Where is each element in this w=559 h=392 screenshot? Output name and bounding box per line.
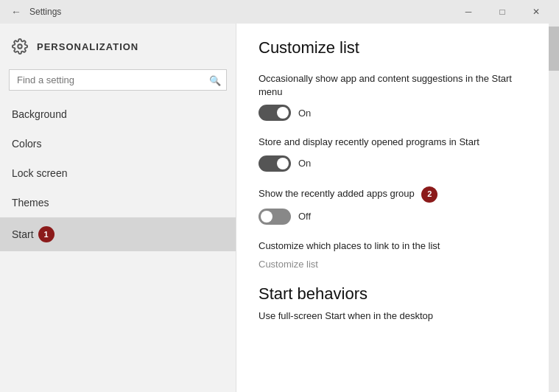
toggle-thumb-2	[277, 158, 289, 169]
title-bar: ← Settings ─ □ ✕	[0, 0, 559, 24]
toggle-track-1	[259, 105, 291, 121]
toggle-thumb-3	[261, 211, 273, 223]
close-button[interactable]: ✕	[519, 0, 553, 24]
toggle-thumb-1	[277, 107, 289, 119]
sidebar-header: PERSONALIZATION	[0, 29, 236, 69]
sidebar-item-colors[interactable]: Colors	[0, 129, 236, 158]
toggle-row-1: On	[259, 105, 527, 121]
sidebar-item-background[interactable]: Background	[0, 99, 236, 129]
sidebar-item-lock-screen[interactable]: Lock screen	[0, 158, 236, 188]
maximize-button[interactable]: □	[485, 0, 519, 24]
sidebar-item-label-colors: Colors	[12, 138, 41, 150]
title-bar-text: Settings	[29, 7, 61, 17]
sidebar-item-label-themes: Themes	[12, 197, 49, 209]
nav-list: BackgroundColorsLock screenThemesStart1	[0, 99, 236, 251]
section1-title: Customize list	[259, 38, 527, 57]
setting-app-suggestions: Occasionally show app and content sugges…	[259, 72, 527, 121]
toggle-track-3	[259, 209, 291, 225]
back-button[interactable]: ←	[6, 1, 27, 22]
scrollbar-thumb[interactable]	[549, 27, 559, 71]
sidebar-item-label-lock-screen: Lock screen	[12, 167, 67, 179]
setting-recently-added: Show the recently added apps group 2 Off	[259, 186, 527, 225]
toggle-recently-added[interactable]	[259, 209, 291, 225]
window-controls: ─ □ ✕	[451, 0, 553, 24]
sidebar-item-label-background: Background	[12, 108, 67, 120]
section2-title: Start behaviors	[259, 284, 527, 304]
customize-link-label: Customize which places to link to in the…	[259, 239, 527, 253]
sidebar-item-themes[interactable]: Themes	[0, 188, 236, 217]
content-area: Customize list Occasionally show app and…	[236, 24, 549, 392]
badge-start: 1	[38, 226, 55, 242]
sidebar-item-start[interactable]: Start1	[0, 217, 236, 251]
svg-point-0	[18, 44, 22, 49]
sidebar: PERSONALIZATION 🔍 BackgroundColorsLock s…	[0, 24, 236, 392]
toggle-app-suggestions[interactable]	[259, 105, 291, 121]
scrollbar-track[interactable]	[549, 24, 559, 392]
toggle-label-3: Off	[298, 211, 311, 222]
customize-link[interactable]: Customize list	[259, 259, 527, 270]
setting-recently-opened-label: Store and display recently opened progra…	[259, 136, 527, 149]
toggle-track-2	[259, 155, 291, 172]
sidebar-item-label-start: Start	[12, 228, 34, 240]
search-bar: 🔍	[9, 69, 227, 91]
gear-icon	[12, 38, 28, 55]
toggle-row-2: On	[259, 155, 527, 172]
customize-link-section: Customize which places to link to in the…	[259, 239, 527, 270]
toggle-label-2: On	[298, 158, 311, 169]
setting-recently-added-label: Show the recently added apps group 2	[259, 186, 527, 203]
setting-app-suggestions-label: Occasionally show app and content sugges…	[259, 72, 527, 99]
badge-2: 2	[421, 186, 437, 203]
main-layout: PERSONALIZATION 🔍 BackgroundColorsLock s…	[0, 24, 559, 392]
sidebar-title: PERSONALIZATION	[37, 41, 138, 52]
minimize-button[interactable]: ─	[451, 0, 485, 24]
search-input[interactable]	[9, 69, 227, 91]
toggle-recently-opened[interactable]	[259, 155, 291, 172]
section2-desc: Use full-screen Start when in the deskto…	[259, 309, 527, 323]
setting-recently-opened: Store and display recently opened progra…	[259, 136, 527, 171]
toggle-row-3: Off	[259, 209, 527, 225]
search-icon: 🔍	[209, 74, 221, 85]
toggle-label-1: On	[298, 108, 311, 119]
